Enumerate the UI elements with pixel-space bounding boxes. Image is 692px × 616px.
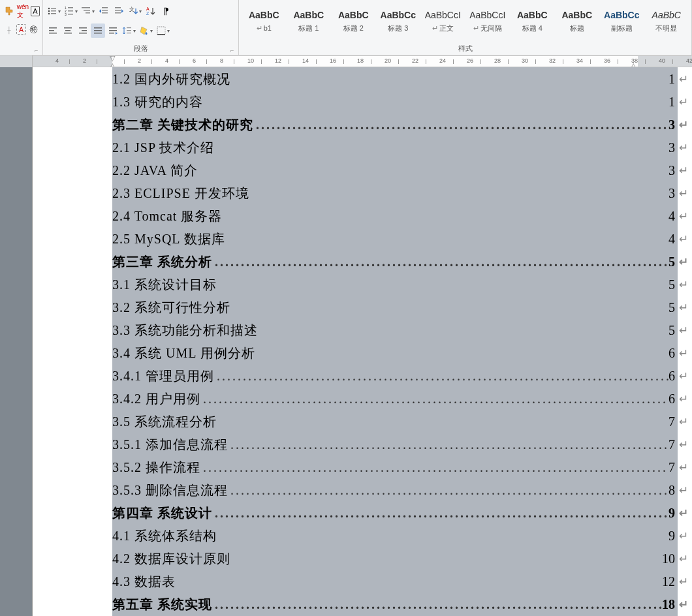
first-line-indent-marker[interactable]: ▽ — [110, 54, 116, 61]
borders-button[interactable]: ▾ — [155, 23, 171, 38]
toc-section-line[interactable]: 3.4.1 管理员用例.............................… — [112, 367, 678, 390]
toc-entry-text: 3.4.2 用户用例 — [112, 390, 200, 408]
toc-section-line[interactable]: 3.4 系统 UML 用例分析6↵ — [112, 345, 678, 367]
toc-section-line[interactable]: 3.2 系统可行性分析5↵ — [112, 299, 678, 322]
svg-rect-42 — [157, 27, 165, 35]
text-direction-button[interactable]: 文▾ — [127, 4, 143, 18]
paragraph-group-label: 段落 — [43, 44, 238, 54]
ruler-tick: 2 — [83, 57, 86, 64]
toc-page-number: 9 — [668, 506, 678, 521]
horizontal-ruler[interactable]: 4224681012141618202224262830323436384042… — [0, 55, 692, 67]
style-sample-text: AaBbCc — [604, 8, 639, 22]
svg-point-0 — [48, 8, 50, 9]
shading-button[interactable]: ▾ — [138, 23, 154, 38]
strike-icon[interactable]: ⟊ — [3, 22, 15, 37]
toc-entry-text: 第二章 关键技术的研究 — [112, 116, 253, 134]
document-page[interactable]: 1.2 国内外研究概况1↵1.3 研究的内容1↵第二章 关键技术的研究.....… — [33, 67, 692, 616]
toc-entry-text: 2.1 JSP 技术介绍 — [112, 139, 214, 157]
toc-chapter-line[interactable]: 第二章 关键技术的研究.............................… — [112, 116, 678, 139]
enclose-char-icon[interactable]: A — [16, 24, 25, 35]
toc-section-line[interactable]: 3.3 系统功能分析和描述5↵ — [112, 322, 678, 345]
toc-page-number: 6 — [668, 346, 678, 361]
paragraph-mark-icon: ↵ — [679, 598, 688, 611]
toc-entry-text: 2.3 ECLIPSE 开发环境 — [112, 185, 249, 202]
svg-rect-36 — [109, 27, 117, 29]
toc-section-line[interactable]: 2.5 MySQL 数据库4↵ — [112, 230, 678, 253]
style-option[interactable]: AaBbC标题 — [555, 3, 600, 38]
sort-button[interactable]: AZ — [144, 4, 158, 18]
svg-rect-35 — [94, 33, 102, 34]
toc-section-line[interactable]: 4.3 数据表12↵ — [112, 573, 678, 596]
toc-chapter-line[interactable]: 第四章 系统设计................................… — [112, 504, 678, 527]
toc-section-line[interactable]: 3.5.3 删除信息流程............................… — [112, 482, 678, 504]
style-option[interactable]: AaBbCcI↵无间隔 — [465, 3, 511, 38]
style-name-label: 标题 4 — [522, 22, 543, 33]
line-spacing-button[interactable]: ▾ — [121, 23, 137, 38]
style-option[interactable]: AaBbC↵b1 — [242, 3, 287, 38]
show-marks-button[interactable]: ⁋ — [159, 4, 173, 18]
toc-section-line[interactable]: 2.2 JAVA 简介3↵ — [112, 162, 678, 185]
toc-section-line[interactable]: 1.3 研究的内容1↵ — [112, 93, 678, 116]
toc-section-line[interactable]: 3.1 系统设计目标5↵ — [112, 276, 678, 299]
toc-page-number: 3 — [668, 186, 678, 201]
bullets-button[interactable]: ▾ — [46, 4, 62, 18]
toc-section-line[interactable]: 4.2 数据库设计原则10↵ — [112, 550, 678, 573]
svg-rect-24 — [49, 27, 57, 29]
toc-entry-text: 3.4.1 管理员用例 — [112, 367, 214, 385]
ruler-tick: 16 — [330, 57, 336, 64]
style-option[interactable]: AaBbC标题 4 — [510, 3, 555, 38]
svg-rect-31 — [82, 30, 87, 31]
increase-indent-button[interactable] — [112, 4, 126, 18]
toc-section-line[interactable]: 2.4 Tomcat 服务器4↵ — [112, 208, 678, 230]
char-border-icon[interactable]: A — [31, 6, 40, 16]
circled-char-icon[interactable]: ㊕ — [27, 22, 40, 37]
svg-rect-15 — [102, 7, 108, 8]
toc-section-line[interactable]: 3.4.2 用户用例..............................… — [112, 390, 678, 413]
toc-page-number: 18 — [662, 597, 678, 612]
ruler-tick: 42 — [686, 57, 692, 64]
toc-section-line[interactable]: 4.1 系统体系结构9↵ — [112, 527, 678, 550]
toc-entry-text: 3.4 系统 UML 用例分析 — [112, 345, 255, 362]
style-option[interactable]: AaBbC标题 1 — [287, 3, 332, 38]
svg-rect-32 — [79, 33, 87, 34]
svg-rect-27 — [64, 27, 72, 29]
align-justify-button[interactable] — [91, 23, 105, 38]
svg-text:A: A — [146, 7, 149, 11]
toc-section-line[interactable]: 3.5 系统流程分析7↵ — [112, 413, 678, 436]
phonetic-guide-icon[interactable]: wén文 — [16, 4, 29, 18]
ruler-tick: 36 — [604, 57, 610, 64]
style-option[interactable]: AaBbCcI↵正文 — [420, 3, 465, 38]
style-option[interactable]: AaBbCc标题 3 — [376, 3, 421, 38]
style-option[interactable]: AaBbC不明显 — [644, 3, 689, 38]
toc-entry-text: 3.5.2 操作流程 — [112, 459, 200, 476]
style-option[interactable]: AaBbCc副标题 — [599, 3, 644, 38]
toc-chapter-line[interactable]: 第三章 系统分析................................… — [112, 253, 678, 276]
numbering-button[interactable]: 123▾ — [63, 4, 79, 18]
decrease-indent-button[interactable] — [97, 4, 111, 18]
toc-section-line[interactable]: 3.5.1 添加信息流程............................… — [112, 436, 678, 459]
toc-section-line[interactable]: 2.1 JSP 技术介绍3↵ — [112, 139, 678, 162]
toc-leader-dots: ........................................… — [228, 437, 668, 452]
document-editor[interactable]: 1.2 国内外研究概况1↵1.3 研究的内容1↵第二章 关键技术的研究.....… — [0, 67, 692, 616]
paragraph-group-expand-icon[interactable]: ⌐ — [230, 47, 237, 54]
align-left-button[interactable] — [46, 23, 60, 38]
align-right-button[interactable] — [76, 23, 90, 38]
toc-section-line[interactable]: 2.3 ECLIPSE 开发环境3↵ — [112, 185, 678, 208]
toc-chapter-line[interactable]: 第五章 系统实现................................… — [112, 596, 678, 616]
toc-leader-dots: ........................................… — [200, 392, 668, 407]
paragraph-mark-icon: ↵ — [679, 255, 688, 269]
paragraph-mark-icon: ↵ — [679, 346, 688, 360]
align-center-button[interactable] — [61, 23, 75, 38]
paragraph-mark-icon: ↵ — [679, 575, 688, 589]
toc-section-line[interactable]: 1.2 国内外研究概况1↵ — [112, 70, 678, 93]
toc-section-line[interactable]: 3.5.2 操作流程..............................… — [112, 459, 678, 482]
multilevel-list-button[interactable]: ▾ — [80, 4, 96, 18]
ruler-tick: 22 — [412, 57, 418, 64]
toc-entry-text: 2.5 MySQL 数据库 — [112, 230, 225, 248]
svg-rect-9 — [68, 10, 73, 12]
format-painter-icon[interactable] — [3, 4, 15, 18]
style-option[interactable]: AaBbC标题 2 — [331, 3, 376, 38]
align-distribute-button[interactable] — [106, 23, 120, 38]
svg-text:文: 文 — [129, 7, 134, 12]
char-group-expand-icon[interactable]: ⌐ — [35, 47, 41, 54]
